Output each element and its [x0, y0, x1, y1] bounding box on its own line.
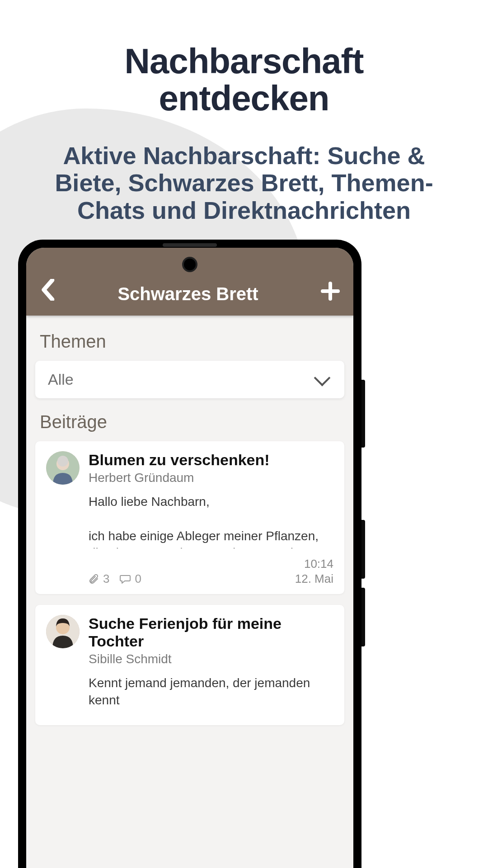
- phone-frame: Schwarzes Brett Themen Alle Beiträge Blu…: [18, 240, 361, 868]
- phone-screen: Schwarzes Brett Themen Alle Beiträge Blu…: [26, 248, 353, 868]
- page-title-line2: entdecken: [159, 78, 329, 118]
- comment-meta: 0: [119, 572, 141, 586]
- post-title: Suche Ferienjob für meine Tochter: [89, 615, 333, 650]
- add-icon[interactable]: [321, 281, 340, 304]
- beitraege-label: Beiträge: [40, 412, 344, 432]
- post-date: 12. Mai: [295, 571, 333, 586]
- attachment-meta: 3: [89, 572, 109, 586]
- phone-side-button: [361, 380, 365, 448]
- post-body: Blumen zu verschenken! Herbert Gründaum …: [89, 451, 333, 586]
- post-author: Herbert Gründaum: [89, 471, 333, 485]
- attachment-count: 3: [103, 572, 109, 586]
- post-author: Sibille Schmidt: [89, 652, 333, 666]
- post-title: Blumen zu verschenken!: [89, 451, 333, 469]
- svg-point-2: [57, 456, 68, 467]
- avatar: [46, 451, 80, 485]
- post-body: Suche Ferienjob für meine Tochter Sibill…: [89, 615, 333, 717]
- phone-speaker: [163, 243, 217, 247]
- post-card[interactable]: Blumen zu verschenken! Herbert Gründaum …: [35, 441, 344, 594]
- phone-side-button: [361, 588, 365, 646]
- themen-label: Themen: [40, 331, 344, 352]
- post-card[interactable]: Suche Ferienjob für meine Tochter Sibill…: [35, 605, 344, 725]
- header-title: Schwarzes Brett: [117, 284, 258, 304]
- back-icon[interactable]: [40, 279, 55, 304]
- page-subtitle: Aktive Nachbarschaft: Suche & Biete, Sch…: [0, 142, 488, 224]
- post-meta: 3 0: [89, 572, 141, 586]
- phone-camera: [182, 257, 197, 272]
- page-title: Nachbarschaft entdecken: [0, 43, 488, 117]
- page-title-line1: Nachbarschaft: [125, 41, 364, 81]
- paperclip-icon: [89, 574, 99, 585]
- post-timestamp: 10:14 12. Mai: [295, 557, 333, 586]
- post-text: Kennt jemand jemanden, der jemanden kenn…: [89, 675, 333, 709]
- themen-dropdown[interactable]: Alle: [35, 361, 344, 398]
- phone-side-button: [361, 520, 365, 579]
- post-time: 10:14: [295, 557, 333, 571]
- content-area: Themen Alle Beiträge Blumen zu verschenk…: [26, 316, 353, 725]
- chevron-down-icon: [314, 369, 331, 386]
- post-footer: 3 0 10:14 12. Mai: [89, 557, 333, 586]
- post-text: Hallo liebe Nachbarn, ich habe einige Ab…: [89, 493, 333, 548]
- comment-count: 0: [135, 572, 141, 586]
- dropdown-value: Alle: [48, 371, 74, 388]
- avatar: [46, 615, 80, 648]
- comment-icon: [119, 574, 131, 585]
